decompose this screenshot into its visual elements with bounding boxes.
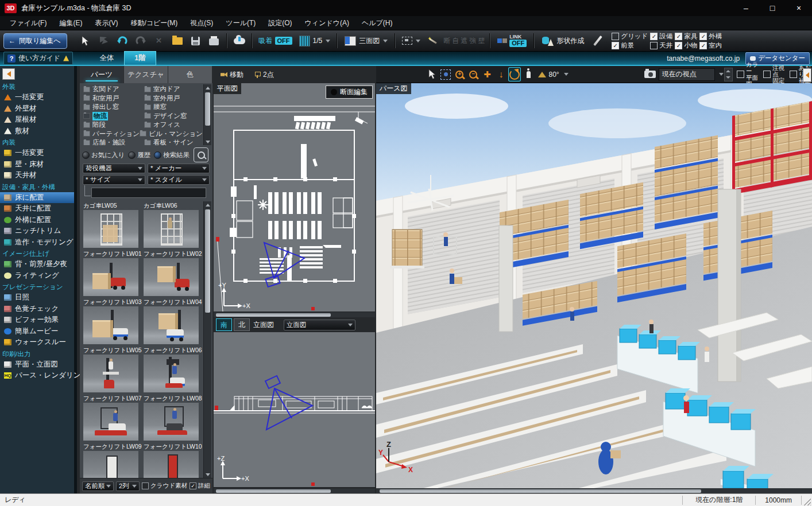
view-layout-dropdown[interactable]: 三面図 (341, 33, 391, 49)
category-office[interactable]: オフィス (144, 120, 180, 129)
print-button[interactable] (206, 33, 223, 49)
checkbox-interior[interactable]: ✓室内 (699, 41, 722, 50)
menu-tools[interactable]: ツール(T) (219, 18, 262, 28)
tab-texture[interactable]: テクスチャ (124, 66, 168, 83)
category-shop[interactable]: 店舗・施設 (83, 138, 144, 145)
category-entrance-door[interactable]: 玄関ドア (83, 85, 144, 94)
lock-target-checkbox[interactable]: 注視点固定 (763, 65, 786, 84)
capture-viewpoint-button[interactable] (642, 67, 658, 81)
close-button[interactable]: × (786, 0, 812, 16)
category-waist-window[interactable]: 腰窓 (144, 103, 167, 111)
section-edit-button[interactable]: 断面編集 (326, 85, 373, 99)
sidebar-item-ceiling-material[interactable]: 天井材 (0, 170, 74, 181)
sort-order-dropdown[interactable]: 名前順 (82, 481, 114, 491)
maker-filter-dropdown[interactable]: * メーカー (148, 164, 210, 173)
elevation-north-button[interactable]: 北 (234, 318, 250, 331)
sidebar-item-niche-trim[interactable]: ニッチ/トリム (0, 225, 74, 237)
sidebar-item-ext-bulk-change[interactable]: 一括変更 (0, 92, 74, 103)
sidebar-item-place-exterior[interactable]: 外構に配置 (0, 215, 74, 226)
scroll-up-icon[interactable] (204, 84, 211, 91)
link-toggle-button[interactable]: LINK OFF (494, 33, 530, 49)
elevation-select-dropdown[interactable]: 立面図 (284, 320, 355, 330)
category-interior-door[interactable]: 室内ドア (144, 85, 180, 94)
sidebar-item-place-on-floor[interactable]: 床に配置 (0, 192, 74, 204)
perspective-hscrollbar[interactable] (376, 488, 812, 493)
sidebar-item-place-on-ceiling[interactable]: 天井に配置 (0, 203, 74, 215)
menu-viewpoint[interactable]: 視点(S) (184, 18, 219, 28)
part-item-forklift-08[interactable]: フォークリフトLW08 (144, 394, 202, 442)
part-item-forklift-07[interactable]: フォークリフトLW07 (83, 394, 142, 442)
save-button[interactable] (187, 33, 204, 49)
part-item-forklift-01[interactable]: フォークリフトLW01 (83, 250, 142, 298)
maximize-button[interactable]: □ (759, 0, 786, 16)
category-logistics[interactable]: 物流 (83, 112, 144, 120)
zoom-out-button[interactable]: − (467, 67, 480, 81)
minimize-button[interactable]: – (733, 0, 759, 16)
viewpoint-dropdown[interactable]: 現在の視点 (659, 68, 715, 81)
redo-button[interactable] (132, 33, 149, 49)
sidebar-item-before-effect[interactable]: ビフォー効果 (0, 314, 74, 326)
menu-move-copy[interactable]: 移動/コピー(M) (124, 18, 184, 28)
select-tool-button[interactable] (77, 33, 94, 49)
camera-move-button[interactable]: 移動 (216, 68, 248, 81)
items-scrollbar[interactable] (203, 201, 211, 478)
zoom-fit-button[interactable] (439, 67, 452, 81)
measure-tool-button[interactable] (589, 33, 606, 49)
tab-whole-building[interactable]: 全体 (89, 51, 124, 65)
sidebar-item-plan-elevation[interactable]: 平面・立面図 (0, 359, 74, 371)
columns-dropdown[interactable]: 2列 (116, 481, 140, 491)
category-design-window[interactable]: デザイン窓 (144, 112, 187, 120)
detail-checkbox[interactable]: ✓詳細 (190, 482, 210, 490)
resize-grip[interactable] (804, 499, 811, 505)
sidebar-item-roof-material[interactable]: 屋根材 (0, 114, 74, 126)
select-3d-button[interactable] (426, 67, 438, 81)
part-item-cage-cart-06[interactable]: カゴ車LW06 (144, 201, 202, 250)
elevation-south-button[interactable]: 南 (216, 318, 232, 331)
viewpoint-spinner[interactable] (724, 68, 733, 81)
size-filter-dropdown[interactable]: * サイズ (83, 175, 145, 185)
move-vertical-button[interactable]: ↓ (494, 67, 507, 81)
menu-help[interactable]: ヘルプ(H) (355, 18, 399, 28)
shape-create-button[interactable]: 形状作成 (538, 33, 588, 49)
selection-mode-dropdown[interactable] (399, 33, 423, 49)
category-sliding-window[interactable]: 掃出し窓 (83, 103, 144, 111)
checkbox-grid[interactable]: グリッド (612, 32, 648, 41)
checkbox-accessories[interactable]: ✓小物 (675, 41, 697, 50)
sidebar-item-color-check[interactable]: 色覚チェック (0, 303, 74, 315)
viewpoint-dropdown-arrow[interactable] (716, 67, 724, 81)
tab-floor-1[interactable]: 1階 (124, 51, 156, 65)
orbit-button[interactable] (508, 67, 521, 81)
sidebar-item-wall-floor[interactable]: 壁・床材 (0, 159, 74, 170)
style-filter-dropdown[interactable]: * スタイル (148, 175, 210, 185)
menu-window[interactable]: ウィンドウ(A) (299, 18, 355, 28)
part-item-forklift-05[interactable]: フォークリフトLW05 (83, 346, 142, 394)
menu-file[interactable]: ファイル(F) (3, 18, 53, 28)
right-panel-collapse-button[interactable] (803, 68, 811, 82)
two-point-button[interactable]: 2点 (249, 68, 279, 81)
scroll-up-icon[interactable] (204, 201, 211, 208)
category-partition[interactable]: パーティション (83, 130, 140, 138)
category-building[interactable]: ビル・マンション (140, 130, 202, 138)
category-sign[interactable]: 看板・サイン (144, 138, 194, 145)
snap-toggle-button[interactable]: 吸着 OFF (256, 33, 295, 49)
menu-edit[interactable]: 編集(E) (53, 18, 88, 28)
radio-favorites[interactable]: お気に入り (82, 151, 125, 159)
keyword-search-input[interactable] (91, 188, 206, 198)
part-item-forklift-02[interactable]: フォークリフトLW02 (144, 250, 202, 298)
tab-color[interactable]: 色 (168, 66, 212, 83)
radio-search-results[interactable]: 検索結果 (154, 151, 190, 159)
sidebar-item-easy-movie[interactable]: 簡単ムービー (0, 326, 74, 337)
part-item-cage-cart-05[interactable]: カゴ車LW05 (83, 201, 142, 250)
cloud-material-checkbox[interactable]: クラウド素材 (142, 482, 187, 490)
part-item-forklift-06[interactable]: フォークリフトLW06 (144, 346, 202, 394)
turn-viewpoint-button[interactable] (522, 67, 535, 81)
checkbox-ceiling[interactable]: 天井 (650, 41, 672, 50)
delete-button[interactable]: × (150, 33, 168, 49)
sidebar-item-lighting[interactable]: ライティング (0, 270, 74, 282)
menu-view[interactable]: 表示(V) (88, 18, 124, 28)
tab-parts[interactable]: パーツ (80, 66, 124, 83)
pan-button[interactable]: ✚ (481, 67, 493, 81)
radio-history[interactable]: 履歴 (128, 151, 150, 159)
open-file-button[interactable] (169, 33, 186, 49)
perspective-view[interactable]: パース図 (376, 83, 812, 492)
